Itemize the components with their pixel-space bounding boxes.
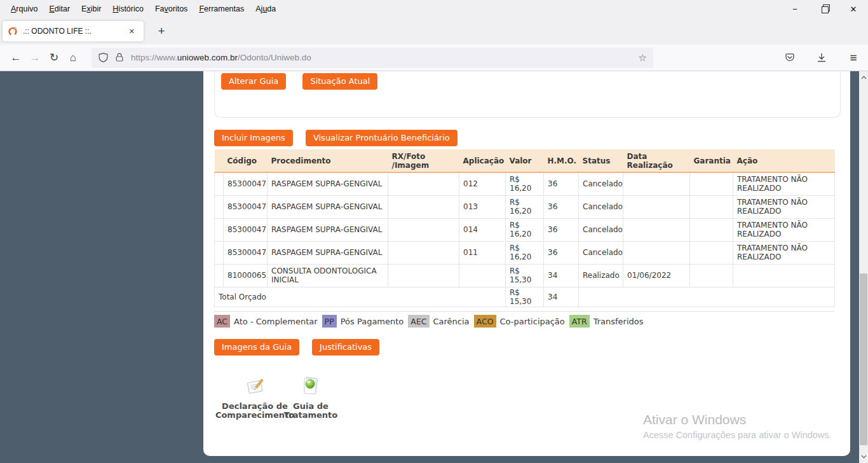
table-cell: RASPAGEM SUPRA-GENGIVAL (268, 195, 388, 218)
menu-editar[interactable]: Editar (43, 0, 76, 18)
home-button[interactable]: ⌂ (64, 48, 83, 67)
table-cell: RASPAGEM SUPRA-GENGIVAL (268, 218, 388, 241)
table-cell: 85300047 (224, 241, 268, 264)
column-header: Valor (506, 149, 544, 172)
total-hmo: 34 (544, 287, 579, 307)
column-header (215, 149, 224, 172)
table-cell (690, 218, 733, 241)
menu-arquivo[interactable]: Arquivo (5, 0, 43, 18)
browser-window: ArquivoEditarExibirHistóricoFavoritosFer… (0, 0, 868, 463)
forward-button[interactable]: → (25, 48, 44, 67)
window-titlebar: ArquivoEditarExibirHistóricoFavoritosFer… (0, 0, 868, 18)
table-cell: 36 (544, 241, 579, 264)
table-row: 85300047RASPAGEM SUPRA-GENGIVAL012R$ 16,… (215, 172, 835, 195)
table-cell: 81000065 (224, 264, 268, 287)
table-cell: TRATAMENTO NÃO REALIZADO (733, 195, 835, 218)
incluir-imagens-button[interactable]: Incluir Imagens (214, 130, 293, 146)
situacao-atual-button[interactable]: Situação Atual (302, 73, 377, 90)
reload-button[interactable]: ↻ (44, 48, 64, 67)
column-header: Ação (733, 149, 835, 172)
table-cell (690, 264, 733, 287)
column-header: Status (579, 149, 623, 172)
menu-favoritos[interactable]: Favoritos (149, 0, 193, 18)
table-cell (215, 172, 224, 195)
close-icon: ✕ (850, 4, 857, 14)
url-host: unioweb.com.br (177, 53, 238, 62)
menu-ajuda[interactable]: Ajuda (250, 0, 281, 18)
url-path: /Odonto/Uniweb.do (238, 53, 311, 62)
downloads-icon[interactable] (812, 48, 831, 67)
table-cell (388, 172, 459, 195)
url-bar[interactable]: https://www.unioweb.com.br/Odonto/Uniweb… (92, 48, 653, 68)
window-controls: − ✕ (780, 0, 868, 18)
legend-label: Transferidos (593, 317, 644, 326)
scrollbar-down-icon[interactable] (859, 452, 868, 462)
windows-activation-watermark: Ativar o Windows Acesse Configurações pa… (643, 412, 832, 440)
watermark-subtitle: Acesse Configurações para ativar o Windo… (643, 430, 832, 440)
table-cell (690, 195, 733, 218)
table-cell: RASPAGEM SUPRA-GENGIVAL (268, 172, 388, 195)
visualizar-prontuario-button[interactable]: Visualizar Prontuário Beneficiário (306, 130, 458, 146)
table-cell: 34 (544, 264, 579, 287)
new-tab-button[interactable]: + (153, 22, 170, 40)
minimize-icon: − (792, 4, 797, 14)
imagens-da-guia-button[interactable]: Imagens da Guia (214, 339, 299, 356)
menu-hamburger-icon[interactable]: ≡ (844, 48, 863, 67)
legend-label: Pós Pagamento (341, 317, 404, 326)
column-header: Código (224, 149, 268, 172)
menu-exibir[interactable]: Exibir (76, 0, 107, 18)
table-cell (388, 195, 459, 218)
tracking-shield-icon[interactable] (98, 52, 109, 63)
back-button[interactable]: ← (6, 48, 25, 67)
guide-documents-actions: Imagens da Guia Justificativas (214, 339, 379, 356)
minimize-button[interactable]: − (780, 0, 810, 18)
justificativas-button[interactable]: Justificativas (312, 339, 379, 356)
site-favicon-icon (8, 26, 18, 36)
table-cell (215, 264, 224, 287)
menu-historico[interactable]: Histórico (107, 0, 149, 18)
content-panel: Alterar Guia Situação Atual Incluir Imag… (203, 71, 850, 456)
total-label: Total Orçado (215, 287, 506, 307)
watermark-title: Ativar o Windows (643, 412, 832, 427)
table-cell: R$ 16,20 (506, 195, 544, 218)
scrollbar-up-icon[interactable] (859, 73, 868, 83)
lock-icon[interactable] (114, 52, 125, 63)
table-cell (388, 218, 459, 241)
table-cell (388, 264, 459, 287)
scrollbar-thumb[interactable] (860, 273, 867, 445)
alterar-guia-button[interactable]: Alterar Guia (221, 73, 286, 90)
browser-tab[interactable]: .:: ODONTO LIFE ::. ✕ (3, 21, 144, 41)
column-header: H.M.O. (544, 149, 579, 172)
table-header-row: CódigoProcedimentoRX/Foto /ImagemAplicaç… (215, 149, 835, 172)
table-cell (215, 241, 224, 264)
column-header: Data Realização (623, 149, 690, 172)
close-button[interactable]: ✕ (839, 0, 868, 18)
pocket-icon[interactable] (780, 48, 799, 67)
tab-close-icon[interactable]: ✕ (125, 25, 139, 38)
table-cell: 014 (459, 218, 506, 241)
tab-bar: .:: ODONTO LIFE ::. ✕ + (0, 18, 868, 45)
browser-scrollbar[interactable] (859, 71, 868, 463)
page-viewport: Alterar Guia Situação Atual Incluir Imag… (0, 71, 868, 463)
guia-tratamento-link[interactable]: Guia de Tratamento (269, 375, 353, 419)
column-header: Aplicação (459, 149, 506, 172)
table-cell: 36 (544, 172, 579, 195)
table-cell: Cancelado (579, 172, 623, 195)
column-header: Garantia (690, 149, 733, 172)
table-cell: 012 (459, 172, 506, 195)
table-cell: 36 (544, 195, 579, 218)
table-cell (733, 264, 835, 287)
table-cell: 85300047 (224, 172, 268, 195)
url-scheme: https://www. (131, 53, 177, 62)
table-cell: Cancelado (579, 218, 623, 241)
table-cell: R$ 16,20 (506, 241, 544, 264)
table-cell (215, 195, 224, 218)
table-cell: RASPAGEM SUPRA-GENGIVAL (268, 241, 388, 264)
table-cell: Cancelado (579, 241, 623, 264)
bookmark-star-icon[interactable]: ☆ (639, 52, 647, 64)
table-cell (388, 241, 459, 264)
table-cell (623, 195, 690, 218)
menu-ferramentas[interactable]: Ferramentas (193, 0, 250, 18)
restore-button[interactable] (810, 0, 839, 18)
table-cell: R$ 15,30 (506, 264, 544, 287)
